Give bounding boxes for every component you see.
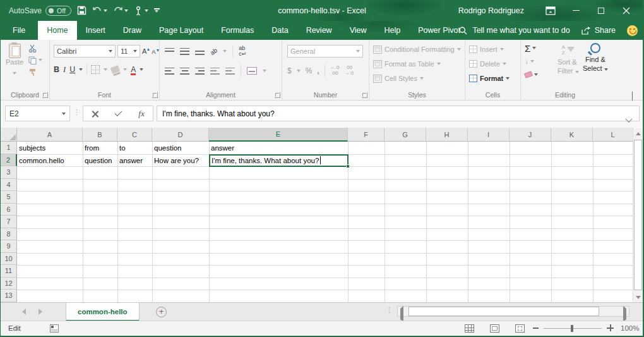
increase-font-size-button[interactable]: A [142,47,150,55]
wrap-text-button[interactable]: abc↵ [239,46,246,57]
font-name-dropdown-icon[interactable] [109,50,112,52]
increase-indent-button[interactable] [225,68,235,75]
accounting-format-button[interactable]: $ [287,66,292,75]
paste-button[interactable]: Paste [4,44,25,77]
cancel-icon[interactable] [92,111,98,117]
underline-dropdown-icon[interactable] [79,68,83,71]
ribbon-tab-view[interactable]: View [341,21,376,40]
maximize-icon[interactable] [588,0,614,21]
ribbon-tab-formulas[interactable]: Formulas [212,21,263,40]
tell-me-box[interactable]: Tell me what you want to do [459,26,569,35]
redo-dropdown-icon[interactable] [124,9,128,12]
cell-B1[interactable]: from [83,142,118,155]
cell-E1[interactable]: answer [209,142,349,155]
decrease-indent-button[interactable] [210,68,220,75]
ribbon-display-options-icon[interactable] [538,0,563,21]
enter-icon[interactable] [114,109,122,116]
cell-E2[interactable]: I'm fine, thanks. What about you? [209,154,349,168]
zoom-out-icon[interactable] [533,328,539,329]
scroll-down-icon[interactable] [633,292,643,302]
borders-icon[interactable] [91,65,100,74]
zoom-in-icon[interactable] [607,324,614,331]
ribbon-tab-file[interactable]: File [0,21,38,40]
column-header-B[interactable]: B [83,128,117,142]
clipboard-dialog-launcher-icon[interactable] [42,92,48,98]
number-dialog-launcher-icon[interactable] [362,92,367,98]
next-sheet-icon[interactable] [39,309,42,315]
ribbon-tab-page-layout[interactable]: Page Layout [150,21,212,40]
page-break-view-icon[interactable] [515,324,525,333]
undo-dropdown-icon[interactable] [104,9,107,12]
column-header-F[interactable]: F [348,128,385,142]
page-layout-view-icon[interactable] [490,324,499,333]
undo-button[interactable] [92,6,107,15]
row-header-1[interactable]: 1 [1,142,17,154]
row-header-2[interactable]: 2 [1,154,17,167]
font-size-dropdown-icon[interactable] [133,50,137,52]
redo-button[interactable] [113,6,128,15]
column-header-D[interactable]: D [152,128,209,142]
row-header-12[interactable]: 12 [1,278,17,290]
column-header-G[interactable]: G [385,128,426,142]
font-name-combo[interactable]: Calibri [54,45,116,58]
normal-view-icon[interactable] [465,324,474,333]
row-header-3[interactable]: 3 [1,166,17,179]
format-painter-button[interactable] [28,68,42,77]
user-name[interactable]: Rodrigo Rodriguez [458,6,524,15]
center-button[interactable] [180,68,189,75]
ribbon-tab-data[interactable]: Data [263,21,297,40]
row-header-4[interactable]: 4 [1,179,17,192]
macro-record-icon[interactable] [50,324,59,333]
vertical-scrollbar-thumb[interactable] [634,140,642,290]
scroll-right-icon[interactable] [623,309,626,320]
sort-filter-button[interactable]: AZ Sort &Filter [558,45,579,76]
decrease-font-size-button[interactable]: A [152,48,158,55]
ribbon-tab-review[interactable]: Review [297,21,341,40]
formula-bar-separator[interactable]: ⋮ [73,108,81,116]
column-header-I[interactable]: I [468,128,510,142]
vertical-scrollbar[interactable] [633,128,643,302]
column-header-C[interactable]: C [117,128,152,142]
paste-dropdown-icon[interactable] [13,72,16,75]
bold-button[interactable]: B [54,65,59,74]
comma-style-button[interactable]: , [317,66,319,75]
cell-D2[interactable]: How are you? [152,154,210,168]
font-color-dropdown-icon[interactable] [140,68,143,71]
touch-mode-dropdown-icon[interactable] [145,9,148,12]
zoom-level[interactable]: 100% [621,324,639,332]
name-box-dropdown-icon[interactable] [62,113,66,115]
insert-function-icon[interactable]: fx [138,109,144,119]
format-cells-button[interactable]: Format [469,73,510,83]
percent-style-button[interactable]: % [306,66,313,75]
ribbon-tab-help[interactable]: Help [376,21,410,40]
horizontal-scrollbar[interactable] [397,306,629,317]
row-header-7[interactable]: 7 [1,216,17,228]
scroll-up-icon[interactable] [633,128,643,138]
collapse-ribbon-icon[interactable] [632,92,638,96]
copy-button[interactable] [28,56,42,64]
borders-dropdown-icon[interactable] [104,68,107,71]
select-all-button[interactable] [1,128,17,142]
row-header-13[interactable]: 13 [1,290,17,302]
touch-mouse-mode-button[interactable] [134,6,148,16]
cell-C2[interactable]: answer [117,154,153,168]
fill-color-dropdown-icon[interactable] [123,68,127,71]
minimize-icon[interactable] [563,0,588,21]
previous-sheet-icon[interactable] [22,309,26,315]
save-icon[interactable] [77,6,86,15]
column-header-J[interactable]: J [510,128,551,142]
orientation-dropdown-icon[interactable] [223,50,227,52]
horizontal-scrollbar-thumb[interactable] [408,307,599,316]
accounting-dropdown-icon[interactable] [297,70,301,72]
autosum-button[interactable]: Σ [525,43,538,53]
row-header-11[interactable]: 11 [1,265,17,278]
cell-B2[interactable]: question [83,154,118,168]
cut-button[interactable] [28,44,42,52]
bottom-align-button[interactable] [195,48,205,55]
cell-D1[interactable]: question [152,142,210,155]
share-button[interactable]: Share [581,26,616,35]
new-sheet-icon[interactable]: + [156,307,167,317]
row-header-10[interactable]: 10 [1,253,17,266]
insert-cells-button[interactable]: Insert [469,44,504,54]
align-left-button[interactable] [165,68,174,75]
